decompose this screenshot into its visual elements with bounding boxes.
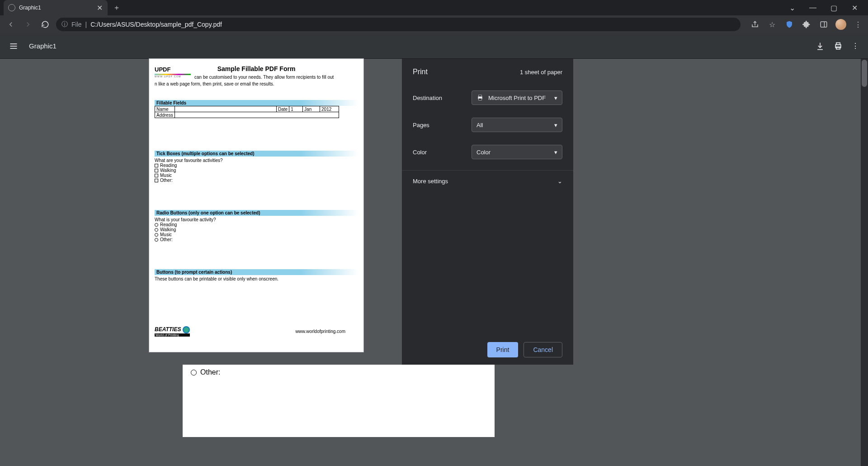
hamburger-icon[interactable] <box>9 42 18 51</box>
label-color: Color <box>413 149 472 156</box>
sheet-count: 1 sheet of paper <box>520 69 562 76</box>
omnibox[interactable]: ⓘ File | C:/Users/ASUS/Desktop/sample_pd… <box>56 18 741 31</box>
pages-value: All <box>476 122 483 128</box>
sidepanel-icon[interactable] <box>818 19 829 30</box>
footer-logo: BEATTIES World of Printing <box>155 326 190 337</box>
radio-walking[interactable]: Walking <box>155 227 358 232</box>
print-dialog: Print 1 sheet of paper Destination Micro… <box>402 59 573 365</box>
window-titlebar: Graphic1 ✕ ＋ ⌄ ― ▢ ✕ <box>0 0 868 15</box>
logo-text: UPDF <box>155 66 191 73</box>
label-pages: Pages <box>413 122 472 128</box>
label-date: Date <box>277 106 289 112</box>
select-color[interactable]: Color ▾ <box>472 145 562 159</box>
scrollbar-thumb[interactable] <box>862 60 867 87</box>
checkbox-icon <box>155 169 158 172</box>
checkbox-walking[interactable]: Walking <box>155 168 358 173</box>
checkbox-music[interactable]: Music <box>155 173 358 178</box>
window-controls: ⌄ ― ▢ ✕ <box>786 1 868 14</box>
print-dialog-header: Print 1 sheet of paper <box>402 59 573 84</box>
chevron-down-icon[interactable]: ⌄ <box>786 1 798 14</box>
forward-button[interactable] <box>22 18 34 31</box>
print-preview-page: UPDF W W W . U P D F . C O M Sample Fill… <box>149 59 363 352</box>
download-icon[interactable] <box>816 42 825 51</box>
extensions-icon[interactable] <box>801 19 812 30</box>
label-address: Address <box>155 112 175 118</box>
question-radio: What is your favourite activity? <box>155 217 358 222</box>
fillable-fields-table: Name Date 1 Jan 2012 Address <box>155 106 339 118</box>
underlying-page-fragment: Other: <box>183 365 495 437</box>
maximize-icon[interactable]: ▢ <box>827 1 840 14</box>
question-tick: What are your favourite activities? <box>155 158 358 163</box>
radio-icon <box>155 238 158 242</box>
updf-logo: UPDF W W W . U P D F . C O M <box>155 66 191 79</box>
print-icon[interactable] <box>834 42 843 51</box>
footer-brand: BEATTIES <box>155 326 181 333</box>
footer-brand-sub: World of Printing <box>155 333 190 337</box>
select-destination[interactable]: Microsoft Print to PDF ▾ <box>472 90 562 105</box>
radio-icon <box>155 228 158 232</box>
more-icon[interactable]: ⋮ <box>852 42 859 50</box>
intro-line2: n like a web page form, then print, save… <box>155 81 358 86</box>
table-row: Name Date 1 Jan 2012 <box>155 106 339 112</box>
color-value: Color <box>476 149 491 156</box>
radio-icon <box>155 223 158 227</box>
shield-icon[interactable] <box>784 19 795 30</box>
section-radio-buttons: Radio Buttons (only one option can be se… <box>155 210 358 216</box>
toolbar-right: ☆ ⋮ <box>750 19 863 30</box>
cancel-button[interactable]: Cancel <box>524 342 562 357</box>
input-address[interactable] <box>175 112 339 118</box>
pdf-doc-name: Graphic1 <box>29 42 57 50</box>
print-actions: Print Cancel <box>402 335 573 365</box>
section-tick-boxes: Tick Boxes (multiple options can be sele… <box>155 151 358 157</box>
row-color: Color Color ▾ <box>402 138 573 166</box>
close-tab-icon[interactable]: ✕ <box>96 4 103 11</box>
url-path: C:/Users/ASUS/Desktop/sample_pdf_Copy.pd… <box>90 21 222 28</box>
content-area: UPDF W W W . U P D F . C O M Sample Fill… <box>0 59 868 466</box>
url-scheme-label: File <box>71 21 82 28</box>
tab-title: Graphic1 <box>19 5 92 11</box>
intro-line1: can be customised to your needs. They al… <box>194 74 358 80</box>
chevron-down-icon: ▾ <box>554 122 557 128</box>
radio-reading[interactable]: Reading <box>155 222 358 227</box>
svg-rect-0 <box>821 22 827 27</box>
logo-subtext: W W W . U P D F . C O M <box>155 75 191 78</box>
bookmark-icon[interactable]: ☆ <box>767 19 778 30</box>
chevron-down-icon: ▾ <box>554 149 557 156</box>
kebab-menu-icon[interactable]: ⋮ <box>853 19 863 30</box>
input-year[interactable]: 2012 <box>320 106 339 112</box>
checkbox-icon <box>155 164 158 167</box>
section-fillable-fields: Fillable Fields <box>155 100 358 106</box>
checkbox-icon <box>155 179 158 182</box>
minimize-icon[interactable]: ― <box>807 1 819 14</box>
radio-other-underlying[interactable]: Other: <box>191 368 486 376</box>
footer-url: www.worldofprinting.com <box>295 329 345 334</box>
table-row: Address <box>155 112 339 118</box>
back-button[interactable] <box>5 18 17 31</box>
radio-other[interactable]: Other: <box>155 237 358 242</box>
reload-button[interactable] <box>39 18 52 31</box>
scrollbar-track[interactable] <box>861 59 868 466</box>
select-pages[interactable]: All ▾ <box>472 118 562 132</box>
more-settings-label: More settings <box>413 178 448 185</box>
svg-rect-10 <box>479 98 482 100</box>
more-settings-toggle[interactable]: More settings ⌄ <box>402 170 573 192</box>
print-title: Print <box>413 68 428 76</box>
section-buttons: Buttons (to prompt certain actions) <box>155 269 358 275</box>
profile-avatar[interactable] <box>835 19 846 30</box>
browser-tab[interactable]: Graphic1 ✕ <box>4 0 108 15</box>
address-bar: ⓘ File | C:/Users/ASUS/Desktop/sample_pd… <box>0 15 868 33</box>
close-window-icon[interactable]: ✕ <box>848 1 861 14</box>
share-icon[interactable] <box>750 19 760 30</box>
radio-icon <box>191 370 197 376</box>
print-button[interactable]: Print <box>487 342 519 357</box>
input-day[interactable]: 1 <box>289 106 303 112</box>
radio-music[interactable]: Music <box>155 232 358 237</box>
label-destination: Destination <box>413 95 472 101</box>
svg-rect-9 <box>479 95 482 96</box>
checkbox-reading[interactable]: Reading <box>155 163 358 168</box>
input-name[interactable] <box>175 106 276 112</box>
info-icon: ⓘ <box>61 20 68 29</box>
checkbox-other[interactable]: Other: <box>155 178 358 183</box>
input-month[interactable]: Jan <box>303 106 320 112</box>
new-tab-button[interactable]: ＋ <box>110 1 123 14</box>
